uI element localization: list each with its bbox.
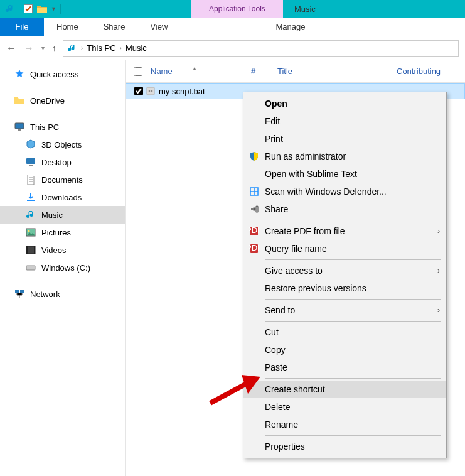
sidebar-item-label: Music — [41, 210, 63, 220]
sidebar-item-music[interactable]: Music — [0, 206, 125, 224]
column-header-title[interactable]: Title — [271, 67, 390, 76]
menu-item-open[interactable]: Open — [243, 95, 446, 112]
sidebar-item-onedrive[interactable]: OneDrive — [0, 92, 125, 109]
row-checkbox[interactable] — [132, 87, 145, 95]
menu-separator — [265, 220, 441, 220]
menu-item-scan-defender[interactable]: Scan with Windows Defender... — [243, 183, 446, 200]
menu-item-label: Restore previous versions — [265, 283, 440, 293]
menu-item-create-shortcut[interactable]: Create shortcut — [243, 381, 446, 398]
svg-rect-14 — [147, 87, 154, 95]
column-header-name[interactable]: ▴ Name — [144, 67, 245, 76]
forward-button[interactable]: → — [24, 43, 34, 54]
recent-locations-button[interactable]: ▾ — [41, 45, 45, 51]
sidebar-item-label: Network — [30, 289, 60, 299]
sidebar-item-label: Videos — [41, 246, 67, 255]
menu-separator — [265, 435, 441, 436]
menu-item-delete[interactable]: Delete — [243, 398, 446, 416]
chevron-down-icon[interactable]: ▼ — [51, 6, 56, 12]
navigation-bar: ← → ▾ ↑ › This PC › Music — [0, 36, 465, 60]
ribbon-tabs: File Home Share View Manage — [0, 18, 465, 36]
menu-item-restore[interactable]: Restore previous versions — [243, 279, 446, 297]
chevron-right-icon[interactable]: › — [120, 45, 122, 51]
menu-item-label: Properties — [265, 441, 440, 452]
chevron-right-icon[interactable]: › — [81, 45, 83, 51]
context-menu: Open Edit Print Run as administrator Ope… — [243, 92, 447, 458]
menu-item-edit[interactable]: Edit — [243, 112, 446, 130]
sidebar-item-videos[interactable]: Videos — [0, 241, 125, 259]
up-button[interactable]: ↑ — [52, 43, 56, 53]
menu-item-run-as-admin[interactable]: Run as administrator — [243, 148, 446, 165]
sidebar-item-quick-access[interactable]: Quick access — [0, 65, 125, 83]
checkbox[interactable] — [134, 67, 142, 76]
column-header-number[interactable]: # — [245, 67, 271, 76]
menu-separator — [265, 259, 441, 260]
sidebar-item-3d-objects[interactable]: 3D Objects — [0, 136, 125, 153]
home-tab[interactable]: Home — [44, 18, 91, 36]
sidebar-item-label: OneDrive — [30, 96, 65, 105]
sidebar-item-this-pc[interactable]: This PC — [0, 118, 125, 136]
select-all-checkbox[interactable] — [132, 67, 144, 76]
menu-item-copy[interactable]: Copy — [243, 341, 446, 359]
menu-item-label: Scan with Windows Defender... — [265, 187, 440, 197]
breadcrumb-segment[interactable]: This PC — [87, 43, 115, 53]
quick-access-toolbar: ▼ — [0, 4, 66, 14]
menu-item-paste[interactable]: Paste — [243, 359, 446, 376]
sidebar-item-drive-c[interactable]: Windows (C:) — [0, 259, 125, 276]
sidebar-item-label: Pictures — [41, 228, 71, 237]
sidebar-item-desktop[interactable]: Desktop — [0, 153, 125, 171]
view-tab[interactable]: View — [137, 18, 180, 36]
menu-item-share[interactable]: Share — [243, 200, 446, 218]
menu-item-open-sublime[interactable]: Open with Sublime Text — [243, 165, 446, 183]
sidebar-item-label: 3D Objects — [41, 140, 82, 149]
svg-rect-3 — [26, 158, 35, 164]
column-header-contributing[interactable]: Contributing — [390, 67, 465, 76]
menu-item-create-pdf[interactable]: PDF Create PDF from file › — [243, 222, 446, 240]
menu-item-rename[interactable]: Rename — [243, 416, 446, 433]
cube-icon — [25, 139, 36, 150]
svg-rect-13 — [20, 290, 24, 293]
chevron-right-icon: › — [437, 306, 440, 315]
svg-rect-18 — [256, 206, 258, 212]
menu-item-label: Query file name — [265, 244, 440, 254]
file-tab[interactable]: File — [0, 18, 44, 36]
pdf-icon: PDF — [249, 243, 260, 254]
menu-item-send-to[interactable]: Send to › — [243, 301, 446, 319]
sidebar-item-downloads[interactable]: Downloads — [0, 188, 125, 206]
checkbox[interactable] — [134, 87, 143, 95]
spacer — [0, 276, 125, 285]
back-button[interactable]: ← — [6, 43, 16, 54]
column-headers: ▴ Name # Title Contributing — [126, 60, 465, 83]
sidebar-item-label: Desktop — [41, 158, 72, 167]
menu-item-give-access[interactable]: Give access to › — [243, 262, 446, 279]
defender-icon — [249, 186, 260, 197]
menu-item-cut[interactable]: Cut — [243, 323, 446, 341]
svg-text:PDF: PDF — [249, 244, 259, 252]
folder-icon[interactable] — [37, 4, 47, 14]
svg-rect-8 — [26, 246, 28, 254]
menu-item-properties[interactable]: Properties — [243, 438, 446, 455]
music-note-icon — [5, 4, 15, 14]
svg-rect-9 — [34, 246, 35, 254]
sidebar-item-pictures[interactable]: Pictures — [0, 224, 125, 241]
svg-rect-7 — [26, 246, 35, 254]
music-note-icon — [25, 209, 36, 220]
menu-item-query-file[interactable]: PDF Query file name — [243, 240, 446, 257]
sidebar-item-network[interactable]: Network — [0, 285, 125, 303]
folder-icon — [14, 95, 25, 106]
menu-item-label: Copy — [265, 345, 440, 355]
contextual-tab-group: Application Tools — [191, 0, 283, 18]
breadcrumb-segment[interactable]: Music — [126, 43, 147, 53]
menu-item-label: Create shortcut — [265, 384, 440, 394]
sort-indicator-icon: ▴ — [193, 65, 196, 71]
address-bar[interactable]: › This PC › Music — [63, 40, 459, 57]
video-icon — [25, 244, 36, 256]
menu-item-label: Run as administrator — [265, 151, 440, 161]
svg-point-16 — [151, 90, 153, 92]
manage-tab[interactable]: Manage — [245, 18, 336, 36]
share-icon — [249, 203, 260, 215]
menu-item-print[interactable]: Print — [243, 130, 446, 148]
sidebar-item-documents[interactable]: Documents — [0, 171, 125, 188]
share-tab[interactable]: Share — [91, 18, 138, 36]
bat-file-icon — [145, 86, 156, 96]
checkbox-icon[interactable] — [23, 4, 33, 14]
